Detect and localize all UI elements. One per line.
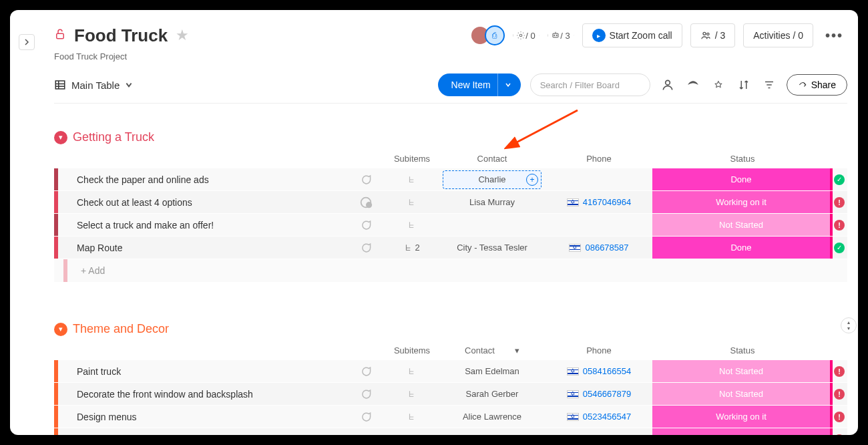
contact-cell[interactable]: City - Tessa Tesler	[439, 243, 546, 253]
item-name[interactable]: Paint truck	[67, 366, 347, 377]
subitems-cell[interactable]	[385, 198, 439, 207]
subitems-cell[interactable]	[385, 220, 439, 230]
table-row[interactable]: Map Route 2 City - Tessa Tesler 08667858…	[54, 237, 847, 259]
item-name[interactable]: Design menus	[67, 412, 347, 422]
contact-cell[interactable]: Lisa Murray	[439, 197, 546, 207]
search-input[interactable]: Search / Filter Board	[530, 73, 650, 96]
column-phone[interactable]: Phone	[546, 154, 652, 164]
table-row[interactable]: Design Large menu Alice Lawrence 0523456…	[54, 428, 847, 435]
share-button[interactable]: Share	[787, 74, 847, 96]
column-status[interactable]: Status	[652, 345, 833, 355]
row-indicator: ✓	[833, 174, 846, 185]
lock-icon	[54, 28, 66, 43]
contact-cell[interactable]: Charlie +	[439, 170, 546, 189]
chat-icon[interactable]	[347, 432, 385, 436]
chat-icon[interactable]	[347, 410, 385, 424]
subitems-cell[interactable]	[385, 367, 439, 376]
chevron-down-icon[interactable]	[497, 73, 511, 96]
view-selector[interactable]: Main Table	[54, 79, 133, 91]
pin-icon[interactable]	[710, 77, 726, 93]
contact-cell[interactable]: Alice Lawrence	[439, 412, 546, 422]
column-contact[interactable]: Contact▾	[439, 345, 546, 355]
item-name[interactable]: Map Route	[67, 243, 347, 253]
table-row[interactable]: Design menus Alice Lawrence 0523456547 W…	[54, 406, 847, 428]
sort-caret-icon[interactable]: ▾	[515, 345, 519, 355]
flag-icon	[567, 198, 579, 206]
table-row[interactable]: Paint truck Sam Edelman 0584166554 Not S…	[54, 360, 847, 383]
integrations-chip[interactable]: / 0	[513, 22, 539, 49]
sidebar-toggle[interactable]	[10, 34, 43, 50]
contact-cell[interactable]: Sarah Gerber	[439, 389, 546, 399]
new-item-button[interactable]: New Item	[438, 73, 521, 96]
automations-chip[interactable]: / 3	[548, 22, 574, 49]
item-name[interactable]: Select a truck and make an offer!	[67, 220, 347, 231]
status-cell[interactable]: Working on it	[652, 191, 833, 213]
column-status[interactable]: Status	[652, 154, 833, 164]
scroll-handle[interactable]: ▴▾	[841, 317, 857, 333]
column-subitems[interactable]: Subitems	[385, 345, 439, 355]
collapse-icon[interactable]: ▾	[54, 323, 67, 336]
column-contact[interactable]: Contact	[439, 154, 546, 164]
phone-cell[interactable]: 0523456547	[546, 412, 652, 422]
board-title[interactable]: Food Truck	[74, 25, 168, 46]
subitems-cell[interactable]: 2	[385, 243, 439, 253]
collapse-icon[interactable]: ▾	[54, 131, 67, 144]
row-indicator: !	[833, 220, 846, 231]
activities-chip[interactable]: Activities / 0	[743, 23, 813, 47]
chat-icon[interactable]	[347, 387, 385, 402]
column-phone[interactable]: Phone	[546, 345, 652, 355]
chat-icon[interactable]	[347, 172, 385, 187]
phone-cell[interactable]: 0546667879	[546, 389, 652, 399]
phone-cell[interactable]: 0523456547	[546, 434, 652, 435]
filter-icon[interactable]	[761, 77, 777, 93]
item-name[interactable]: Check out at least 4 options	[67, 197, 347, 208]
subitems-cell[interactable]	[385, 412, 439, 422]
subitems-cell[interactable]	[385, 390, 439, 399]
row-indicator: !	[833, 197, 846, 208]
chat-icon[interactable]	[347, 364, 385, 379]
subitems-cell[interactable]	[385, 175, 439, 184]
table-row[interactable]: Check out at least 4 options Lisa Murray…	[54, 191, 847, 214]
flag-icon	[567, 413, 579, 421]
group-header[interactable]: ▾ Theme and Decor	[54, 322, 847, 336]
status-cell[interactable]: Working on it	[652, 428, 833, 435]
chat-icon[interactable]	[347, 241, 385, 255]
row-color-bar	[54, 237, 58, 259]
item-name[interactable]: Check the paper and online ads	[67, 174, 347, 185]
column-subitems[interactable]: Subitems	[385, 154, 439, 164]
svg-point-4	[556, 35, 557, 35]
phone-cell[interactable]: 4167046964	[546, 197, 652, 207]
status-cell[interactable]: Working on it	[652, 406, 833, 428]
item-name[interactable]: Design Large menu	[67, 434, 347, 436]
table-row[interactable]: Check the paper and online ads Charlie +…	[54, 168, 847, 191]
contact-cell[interactable]: Alice Lawrence	[439, 434, 546, 435]
add-contact-icon[interactable]: +	[526, 174, 538, 186]
status-cell[interactable]: Not Started	[652, 383, 833, 405]
board-members[interactable]: ⎙	[470, 25, 505, 45]
table-row[interactable]: Select a truck and make an offer! Not St…	[54, 214, 847, 237]
chat-icon[interactable]	[347, 218, 385, 233]
more-icon[interactable]: •••	[821, 28, 847, 43]
item-name[interactable]: Decorate the front window and backsplash	[67, 389, 347, 400]
row-color-bar	[54, 214, 58, 236]
status-cell[interactable]: Done	[652, 237, 833, 259]
phone-cell[interactable]: 0584166554	[546, 366, 652, 376]
contact-cell[interactable]: Sam Edelman	[439, 366, 546, 376]
status-cell[interactable]: Done	[652, 168, 833, 190]
board-description[interactable]: Food Truck Project	[54, 51, 847, 61]
phone-cell[interactable]: 086678587	[546, 243, 652, 253]
table-row[interactable]: Decorate the front window and backsplash…	[54, 383, 847, 406]
add-item-row[interactable]: + Add	[54, 259, 847, 282]
status-cell[interactable]: Not Started	[652, 360, 833, 382]
person-filter-icon[interactable]	[660, 77, 676, 93]
sort-icon[interactable]	[736, 77, 752, 93]
chat-icon[interactable]	[347, 195, 385, 210]
svg-rect-0	[57, 33, 64, 39]
people-chip[interactable]: / 3	[690, 23, 736, 47]
star-icon[interactable]: ★	[176, 27, 189, 44]
zoom-button[interactable]: ▸ Start Zoom call	[582, 23, 682, 47]
eye-icon[interactable]	[685, 77, 701, 93]
status-cell[interactable]: Not Started	[652, 214, 833, 236]
subitems-cell[interactable]	[385, 435, 439, 436]
group-header[interactable]: ▾ Getting a Truck	[54, 130, 847, 144]
